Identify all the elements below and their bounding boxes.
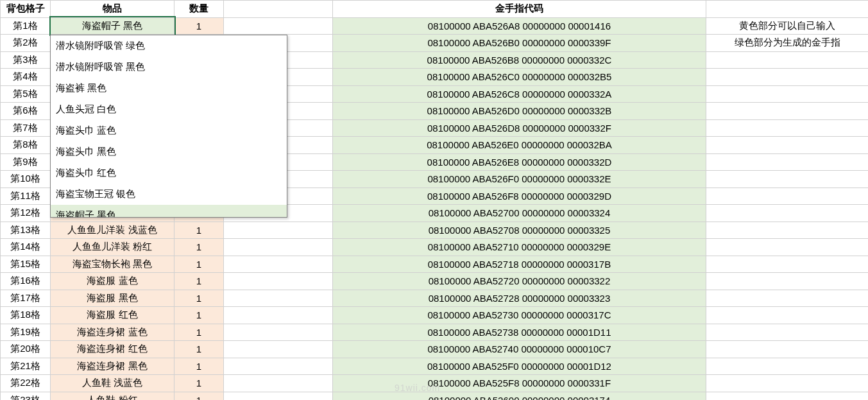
cell-qty[interactable]: 1	[174, 324, 224, 341]
cell-qty[interactable]: 1	[174, 239, 224, 256]
cell-qty[interactable]: 1	[174, 358, 224, 375]
cell-code[interactable]: 08100000 ABA525F8 00000000 0000331F	[333, 375, 706, 392]
cell-note[interactable]	[706, 239, 869, 256]
cell-slot[interactable]: 第7格	[1, 119, 51, 137]
cell-gap[interactable]	[224, 256, 333, 273]
cell-gap[interactable]	[224, 307, 333, 324]
cell-item[interactable]: 人鱼鞋 粉红	[51, 392, 174, 400]
cell-slot[interactable]: 第16格	[1, 273, 51, 290]
cell-slot[interactable]: 第6格	[1, 103, 51, 120]
cell-note[interactable]	[706, 358, 869, 375]
cell-slot[interactable]: 第20格	[1, 341, 51, 358]
cell-note[interactable]	[706, 324, 869, 341]
cell-item[interactable]: 海盗服 红色	[51, 307, 174, 324]
cell-note[interactable]	[706, 171, 869, 188]
dropdown-option[interactable]: 海盗头巾 红色	[51, 162, 287, 184]
cell-qty[interactable]: 1	[174, 375, 224, 392]
cell-note[interactable]	[706, 341, 869, 358]
cell-slot[interactable]: 第18格	[1, 307, 51, 324]
cell-code[interactable]: 08100000 ABA52600 00000000 00003174	[333, 392, 706, 400]
dropdown-option[interactable]: 海盗裤 黑色	[51, 78, 287, 99]
cell-code[interactable]: 08100000 ABA52720 00000000 00003322	[333, 273, 706, 290]
cell-slot[interactable]: 第5格	[1, 85, 51, 103]
cell-note[interactable]	[706, 103, 869, 120]
cell-gap[interactable]	[224, 358, 333, 375]
cell-note[interactable]: 绿色部分为生成的金手指	[706, 35, 869, 52]
dropdown-option[interactable]: 海盗头巾 黑色	[51, 141, 287, 162]
cell-gap[interactable]	[224, 222, 333, 239]
cell-gap[interactable]	[224, 324, 333, 341]
cell-item[interactable]: 人鱼鱼儿洋装 粉红	[51, 239, 174, 256]
cell-code[interactable]: 08100000 ABA526E8 00000000 0000332D	[333, 153, 706, 171]
cell-code[interactable]: 08100000 ABA526B8 00000000 0000332C	[333, 51, 706, 69]
cell-code[interactable]: 08100000 ABA52708 00000000 00003325	[333, 222, 706, 239]
cell-item[interactable]: 海盗连身裙 黑色	[51, 358, 174, 375]
cell-slot[interactable]: 第19格	[1, 324, 51, 341]
cell-slot[interactable]: 第15格	[1, 256, 51, 273]
cell-gap[interactable]	[224, 392, 333, 400]
cell-code[interactable]: 08100000 ABA526D0 00000000 0000332B	[333, 103, 706, 120]
cell-gap[interactable]	[224, 17, 333, 35]
cell-slot[interactable]: 第17格	[1, 290, 51, 307]
cell-qty[interactable]: 1	[174, 392, 224, 400]
cell-gap[interactable]	[224, 341, 333, 358]
cell-item[interactable]: 海盗连身裙 蓝色	[51, 324, 174, 341]
cell-slot[interactable]: 第11格	[1, 187, 51, 205]
cell-note[interactable]	[706, 153, 869, 171]
cell-note[interactable]	[706, 119, 869, 137]
cell-gap[interactable]	[224, 273, 333, 290]
cell-note[interactable]	[706, 256, 869, 273]
dropdown-option[interactable]: 人鱼头冠 白色	[51, 99, 287, 120]
cell-item[interactable]: 人鱼鱼儿洋装 浅蓝色	[51, 222, 174, 239]
cell-note[interactable]	[706, 375, 869, 392]
cell-slot[interactable]: 第1格	[1, 17, 51, 35]
cell-note[interactable]: 黄色部分可以自己输入	[706, 17, 869, 35]
cell-code[interactable]: 08100000 ABA526C0 00000000 000032B5	[333, 69, 706, 86]
cell-item[interactable]: 海盗连身裙 红色	[51, 341, 174, 358]
cell-code[interactable]: 08100000 ABA52740 00000000 000010C7	[333, 341, 706, 358]
cell-note[interactable]	[706, 222, 869, 239]
cell-slot[interactable]: 第23格	[1, 392, 51, 400]
cell-gap[interactable]	[224, 290, 333, 307]
cell-note[interactable]	[706, 137, 869, 154]
cell-note[interactable]	[706, 85, 869, 103]
cell-qty[interactable]: 1	[174, 307, 224, 324]
dropdown-option[interactable]: 海盗帽子 黑色	[51, 205, 287, 217]
cell-note[interactable]	[706, 51, 869, 69]
cell-note[interactable]	[706, 273, 869, 290]
cell-note[interactable]	[706, 307, 869, 324]
cell-slot[interactable]: 第8格	[1, 137, 51, 154]
cell-slot[interactable]: 第14格	[1, 239, 51, 256]
cell-slot[interactable]: 第9格	[1, 153, 51, 171]
cell-qty[interactable]: 1	[174, 273, 224, 290]
cell-code[interactable]: 08100000 ABA526D8 00000000 0000332F	[333, 119, 706, 137]
cell-code[interactable]: 08100000 ABA52738 00000000 00001D11	[333, 324, 706, 341]
cell-note[interactable]	[706, 205, 869, 222]
cell-slot[interactable]: 第21格	[1, 358, 51, 375]
dropdown-option[interactable]: 海盗宝物王冠 银色	[51, 184, 287, 205]
cell-slot[interactable]: 第12格	[1, 205, 51, 222]
dropdown-option[interactable]: 海盗头巾 蓝色	[51, 120, 287, 141]
dropdown-option[interactable]: 潜水镜附呼吸管 黑色	[51, 57, 287, 78]
cell-gap[interactable]	[224, 375, 333, 392]
cell-code[interactable]: 08100000 ABA52728 00000000 00003323	[333, 290, 706, 307]
cell-code[interactable]: 08100000 ABA52700 00000000 00003324	[333, 205, 706, 222]
cell-slot[interactable]: 第2格	[1, 35, 51, 52]
cell-note[interactable]	[706, 69, 869, 86]
cell-qty[interactable]: 1	[174, 17, 224, 35]
cell-qty[interactable]: 1	[174, 256, 224, 273]
cell-code[interactable]: 08100000 ABA52710 00000000 0000329E	[333, 239, 706, 256]
cell-item[interactable]: 海盗服 蓝色	[51, 273, 174, 290]
cell-item[interactable]: 海盗帽子 黑色▼	[51, 17, 174, 35]
dropdown-option[interactable]: 潜水镜附呼吸管 绿色	[51, 35, 287, 57]
cell-note[interactable]	[706, 392, 869, 400]
cell-item[interactable]: 海盗服 黑色	[51, 290, 174, 307]
cell-qty[interactable]: 1	[174, 222, 224, 239]
cell-note[interactable]	[706, 187, 869, 205]
cell-code[interactable]: 08100000 ABA526E0 00000000 000032BA	[333, 137, 706, 154]
cell-code[interactable]: 08100000 ABA526F8 00000000 0000329D	[333, 187, 706, 205]
cell-qty[interactable]: 1	[174, 290, 224, 307]
cell-code[interactable]: 08100000 ABA52730 00000000 0000317C	[333, 307, 706, 324]
cell-item[interactable]: 海盗宝物长袍 黑色	[51, 256, 174, 273]
cell-note[interactable]	[706, 290, 869, 307]
